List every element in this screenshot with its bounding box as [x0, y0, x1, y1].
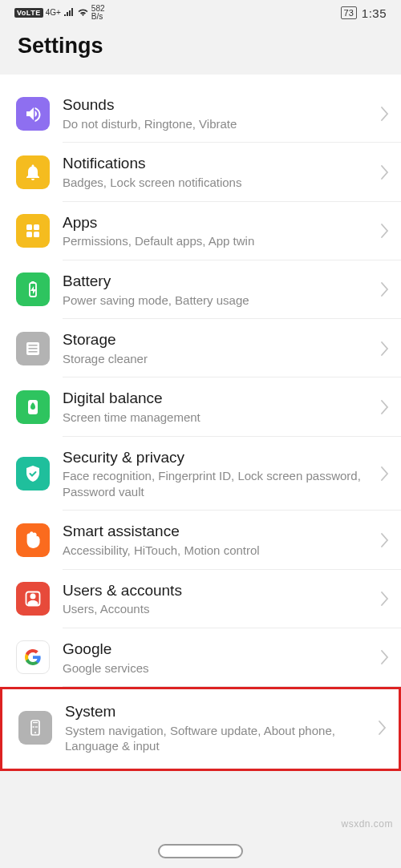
row-subtitle: Accessibility, HiTouch, Motion control [63, 543, 375, 559]
status-bar: VoLTE 4G+ 582 B/s 73 1:35 [0, 0, 401, 22]
row-title: Storage [63, 330, 375, 349]
settings-row-users[interactable]: Users & accountsUsers, Accounts [0, 570, 401, 628]
row-subtitle: Storage cleaner [63, 351, 375, 367]
settings-row-google[interactable]: GoogleGoogle services [0, 628, 401, 687]
chevron-right-icon [380, 591, 390, 607]
wifi-icon [77, 7, 89, 19]
row-subtitle: Users, Accounts [63, 601, 375, 617]
chevron-right-icon [380, 281, 390, 297]
row-subtitle: Screen time management [63, 410, 375, 426]
row-title: Battery [63, 272, 375, 291]
security-icon [16, 457, 50, 491]
volte-badge: VoLTE [14, 8, 43, 18]
row-title: Digital balance [63, 389, 375, 408]
chevron-right-icon [380, 532, 390, 548]
chevron-right-icon [380, 223, 390, 239]
settings-row-system[interactable]: SystemSystem navigation, Software update… [2, 689, 399, 769]
storage-icon [16, 332, 50, 365]
settings-row-apps[interactable]: AppsPermissions, Default apps, App twin [0, 202, 401, 260]
chevron-right-icon [380, 649, 390, 665]
row-subtitle: Do not disturb, Ringtone, Vibrate [63, 116, 375, 132]
home-indicator[interactable] [158, 844, 243, 858]
google-icon [16, 640, 50, 674]
settings-row-sounds[interactable]: SoundsDo not disturb, Ringtone, Vibrate [0, 84, 401, 143]
battery-indicator: 73 [341, 6, 357, 19]
chevron-right-icon [380, 106, 390, 122]
row-subtitle: Face recognition, Fingerprint ID, Lock s… [63, 468, 375, 499]
smart-assist-icon [16, 523, 50, 557]
row-title: Users & accounts [63, 581, 375, 600]
row-subtitle: Google services [63, 660, 375, 676]
settings-row-digital-balance[interactable]: Digital balanceScreen time management [0, 377, 401, 436]
watermark: wsxdn.com [341, 818, 393, 830]
settings-list: SoundsDo not disturb, Ringtone, VibrateN… [0, 75, 401, 771]
chevron-right-icon [380, 466, 390, 482]
row-title: System [65, 702, 373, 721]
row-title: Smart assistance [63, 522, 375, 541]
status-left: VoLTE 4G+ 582 B/s [14, 5, 105, 21]
status-right: 73 1:35 [341, 6, 387, 20]
chevron-right-icon [380, 164, 390, 180]
signal-icon [63, 7, 75, 19]
battery-icon [16, 273, 50, 306]
row-title: Sounds [63, 95, 375, 115]
settings-row-storage[interactable]: StorageStorage cleaner [0, 319, 401, 377]
settings-row-notifications[interactable]: NotificationsBadges, Lock screen notific… [0, 143, 401, 201]
settings-row-security[interactable]: Security & privacyFace recognition, Fing… [0, 437, 401, 511]
row-title: Notifications [63, 154, 375, 173]
page-title: Settings [18, 34, 383, 59]
chevron-right-icon [380, 399, 390, 415]
chevron-right-icon [378, 720, 387, 736]
row-subtitle: Permissions, Default apps, App twin [63, 233, 375, 249]
page-header: Settings [0, 22, 401, 75]
chevron-right-icon [380, 341, 390, 357]
settings-row-battery[interactable]: BatteryPower saving mode, Battery usage [0, 260, 401, 319]
sounds-icon [16, 97, 50, 131]
system-icon [18, 711, 52, 745]
row-subtitle: System navigation, Software update, Abou… [65, 723, 373, 754]
row-title: Google [63, 640, 375, 659]
row-subtitle: Power saving mode, Battery usage [63, 293, 375, 309]
users-icon [16, 582, 50, 616]
data-speed: 582 B/s [91, 5, 105, 21]
network-type: 4G+ [46, 9, 61, 17]
clock: 1:35 [362, 6, 387, 20]
apps-icon [16, 214, 50, 248]
row-title: Security & privacy [63, 448, 375, 467]
row-subtitle: Badges, Lock screen notifications [63, 175, 375, 191]
row-title: Apps [63, 213, 375, 232]
notifications-icon [16, 155, 50, 189]
digital-balance-icon [16, 390, 50, 424]
settings-row-smart-assist[interactable]: Smart assistanceAccessibility, HiTouch, … [0, 511, 401, 569]
